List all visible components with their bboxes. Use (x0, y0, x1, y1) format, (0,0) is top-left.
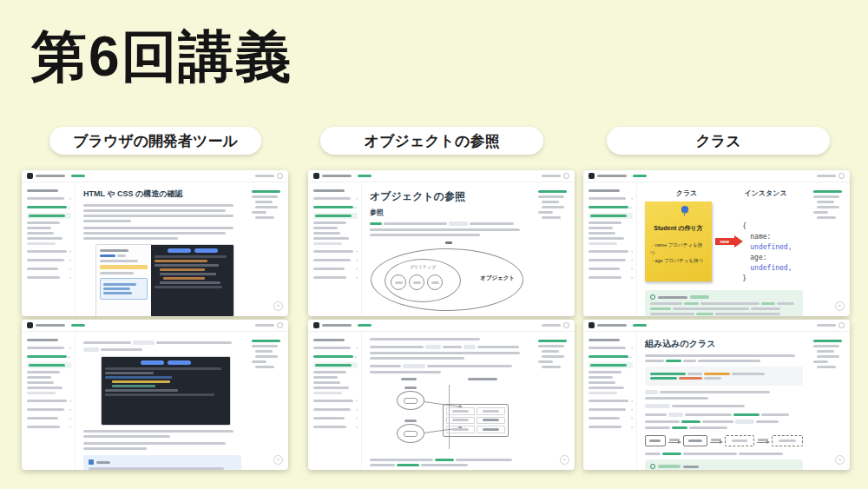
browser-pane (96, 245, 151, 316)
tip-box (645, 290, 803, 316)
new-arrow-label: new (715, 238, 734, 245)
info-card (100, 278, 148, 300)
nav-link-skeleton (358, 175, 372, 177)
mini-content (362, 332, 535, 470)
new-arrow-tip (734, 235, 743, 248)
class-column-label: クラス (645, 188, 728, 198)
devtools-pane (151, 245, 233, 316)
nav-link-skeleton (71, 324, 85, 327)
nav-link-skeleton (71, 175, 85, 177)
paragraph-skeleton (83, 442, 241, 450)
sticky-note-title: Student の作り方 (650, 224, 707, 233)
mini-code-block (645, 367, 803, 386)
variable-ellipse (397, 391, 424, 410)
paragraph-skeleton (370, 459, 528, 466)
pushpin-icon (681, 206, 688, 213)
paragraph-skeleton (645, 413, 803, 429)
paragraph-skeleton (370, 364, 528, 373)
devtools-console (102, 357, 230, 425)
back-to-top-button: ^ (835, 301, 845, 311)
diagram-top-label-skeleton (445, 241, 452, 244)
mini-sidebar-nav: › ⌄ › › › › (313, 339, 358, 429)
site-name-skeleton (322, 175, 352, 177)
mini-site-header (22, 170, 288, 182)
new-arrow: new (715, 235, 740, 248)
mini-site-header (583, 320, 850, 332)
primitive-ellipse: プリミティブ (385, 259, 461, 302)
value-types-diagram: プリミティブ オブジェクト (371, 241, 527, 314)
site-logo-icon (313, 173, 319, 179)
header-avatar-icon (563, 173, 569, 179)
header-avatar-icon (838, 322, 845, 328)
header-user-skeleton (817, 175, 836, 177)
mini-toc (538, 340, 570, 368)
mini-sidebar-nav: › ⌄ › › › › (589, 189, 633, 280)
lightbulb-icon (650, 294, 655, 300)
thumbnail-devtools-page2: › ⌄ › › › › (22, 320, 288, 470)
mini-toc (813, 190, 845, 219)
site-name-skeleton (36, 324, 65, 327)
mini-site-header (308, 320, 575, 332)
highlighted-element (100, 265, 148, 269)
thumbnail-class-page1: › ⌄ › › › › クラス インスタンス Student の作り方 ・nam… (583, 170, 850, 316)
thumbnail-object-ref-page2: › ⌄ › › › › (308, 320, 575, 470)
mini-page-heading: HTML や CSS の構造の確認 (83, 188, 241, 200)
variable-ellipse (397, 424, 424, 443)
header-avatar-icon (563, 322, 569, 328)
mini-content: クラス インスタンス Student の作り方 ・name プロパティを持つ ・… (637, 182, 810, 316)
header-avatar-icon (838, 173, 845, 179)
header-user-skeleton (542, 175, 561, 177)
mini-content: HTML や CSS の構造の確認 (76, 182, 248, 316)
mini-sidebar-nav: › ⌄ › › › › (27, 339, 71, 429)
header-user-skeleton (817, 324, 836, 327)
header-user-skeleton (255, 175, 274, 177)
site-logo-icon (27, 173, 33, 179)
nav-link-skeleton (633, 175, 647, 177)
paragraph-skeleton (83, 227, 241, 240)
mini-toc (252, 190, 284, 219)
section-label-object-ref: オブジェクトの参照 (320, 127, 543, 155)
memory-diagram (370, 378, 528, 454)
sticky-note-bullet: ・age プロパティを持つ (650, 257, 707, 265)
mini-toc (252, 340, 284, 368)
mini-page-title: オブジェクトの参照 (370, 189, 528, 204)
note-icon (89, 459, 94, 465)
paragraph-skeleton (370, 345, 528, 360)
mini-site-header (22, 320, 288, 332)
lightbulb-icon (650, 464, 655, 469)
paragraph-skeleton (645, 453, 803, 455)
header-avatar-icon (277, 322, 283, 328)
var-label-skeleton (404, 420, 417, 422)
sticky-note-bullet: ・name プロパティを持つ (650, 241, 707, 257)
instance-column-label: インスタンス (728, 188, 803, 198)
prototype-chain-diagram (645, 435, 803, 446)
devtools-screenshot (95, 244, 234, 316)
mini-section-heading: 参照 (370, 208, 528, 217)
nav-link-skeleton (633, 324, 647, 327)
mini-sidebar-nav: › ⌄ › › › › (313, 189, 358, 280)
note-box (83, 455, 241, 470)
tip-box (645, 459, 803, 470)
back-to-top-button: ^ (273, 301, 283, 311)
back-to-top-button: ^ (560, 455, 569, 465)
slide-title: 第6回講義 (31, 19, 293, 95)
paragraph-skeleton (370, 338, 480, 340)
paragraph-skeleton (645, 390, 803, 400)
mini-site-header (583, 170, 850, 182)
instance-code: { name: undefined, age: undefined, } (742, 221, 803, 284)
primitive-label: プリミティブ (385, 264, 460, 269)
section-label-class: クラス (607, 127, 830, 155)
back-to-top-button: ^ (273, 455, 283, 465)
header-user-skeleton (542, 324, 561, 327)
back-to-top-button: ^ (835, 455, 845, 465)
site-name-skeleton (597, 324, 627, 327)
mini-toc (813, 340, 845, 368)
diagram-column-headers: クラス インスタンス (645, 188, 803, 198)
console-screenshot (101, 356, 231, 426)
mini-content (76, 332, 248, 470)
mini-page-heading: 組み込みのクラス (645, 338, 803, 350)
site-logo-icon (27, 322, 33, 328)
header-user-skeleton (255, 324, 274, 327)
paragraph-skeleton (370, 221, 528, 236)
nav-link-skeleton (358, 324, 372, 327)
